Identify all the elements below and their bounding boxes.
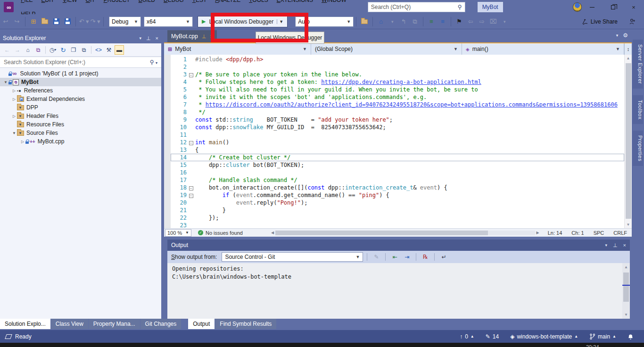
menu-git[interactable]: GIT <box>82 0 99 7</box>
indent-increase-icon[interactable]: ≡ <box>438 17 448 27</box>
solution-explorer-header[interactable]: Solution Explorer ▾ ⊥ × <box>0 33 161 43</box>
document-tab-mybot-cpp[interactable]: MyBot.cpp ⊥ × <box>167 30 217 42</box>
restore-button[interactable] <box>603 0 623 14</box>
search-input[interactable] <box>371 4 458 10</box>
fold-marker-icon[interactable]: − <box>187 71 195 78</box>
navigate-back-icon[interactable]: ↩ <box>0 17 11 27</box>
unsaved-changes-button[interactable]: ✎ 14 <box>482 330 503 343</box>
code-line-10[interactable]: 10const dpp::snowflake MY_GUILD_ID = 825… <box>171 124 624 131</box>
navigate-forward-icon[interactable]: ↪ <box>12 17 22 27</box>
properties-icon[interactable]: ⚒ <box>104 45 114 55</box>
gear-icon[interactable]: ⚙ <box>623 32 628 39</box>
expander-icon[interactable]: ▷ <box>20 140 25 144</box>
menu-file[interactable]: FILE <box>17 0 37 7</box>
branch-button[interactable]: main ▲ <box>586 330 620 343</box>
home-icon[interactable]: ⌂ <box>376 17 386 27</box>
issues-indicator[interactable]: ✓ No issues found <box>198 230 243 236</box>
bookmark-icon[interactable]: ⚑ <box>454 17 464 27</box>
back-icon[interactable]: ← <box>2 45 12 55</box>
add-account-icon[interactable] <box>627 17 637 27</box>
close-icon[interactable]: × <box>156 35 158 41</box>
expander-icon[interactable]: ▷ <box>11 97 17 101</box>
output-source-combo[interactable]: Source Control - Git ▼ <box>222 252 363 262</box>
solution-configuration-combo[interactable]: Debug▼ <box>109 17 141 27</box>
quick-search-box[interactable]: ⚲ <box>368 2 465 12</box>
tree-item-source-files[interactable]: ▼▼Source Files <box>0 129 161 137</box>
fold-marker-icon[interactable]: − <box>187 192 195 198</box>
code-line-7[interactable]: 7 * https://discord.com/oauth2/authorize… <box>171 101 624 108</box>
refresh-icon[interactable]: ❐ <box>69 45 78 55</box>
next-bookmark-icon[interactable]: ⇨ <box>477 17 487 27</box>
tree-item-mybot[interactable]: ▼⧉MyBot <box>0 78 161 86</box>
split-window-handle[interactable]: ↕ <box>624 43 632 55</box>
scrollbar-thumb[interactable] <box>275 231 488 235</box>
overflow-chevron-icon[interactable]: ▾ <box>387 17 397 27</box>
panel-tab-solution-explo-[interactable]: Solution Explo... <box>0 319 50 329</box>
tree-item-dpp[interactable]: ▼DPP <box>0 103 161 112</box>
code-line-5[interactable]: 5 * You will also need to fill in your g… <box>171 86 624 93</box>
window-position-icon[interactable]: ▾ <box>605 243 607 248</box>
tree-item-resource-files[interactable]: ▼Resource Files <box>0 120 161 129</box>
panel-tab-find-symbol-results[interactable]: Find Symbol Results <box>215 319 276 329</box>
scroll-right-icon[interactable]: ▶ <box>537 231 539 235</box>
save-all-icon[interactable] <box>62 17 73 27</box>
tree-item-references[interactable]: ▷▪■References <box>0 86 161 95</box>
search-icon[interactable]: ⚲ <box>458 4 462 10</box>
code-line-20[interactable]: 20 event.reply("Pong!"); <box>171 199 624 207</box>
solution-root-row[interactable]: ∞ Solution 'MyBot' (1 of 1 project) <box>0 69 161 78</box>
scroll-up-icon[interactable]: ▲ <box>625 56 632 60</box>
code-link[interactable]: https://dpp.dev/creating-a-bot-applicati… <box>321 79 481 85</box>
menu-test[interactable]: TEST <box>188 0 211 7</box>
code-line-8[interactable]: 8 */ <box>171 108 624 116</box>
tab-list-chevron-icon[interactable]: ▾ <box>616 33 619 38</box>
collapse-all-icon[interactable]: ⧉ <box>79 45 89 55</box>
pin-icon[interactable]: ⊥ <box>202 33 206 40</box>
side-tab-server-explorer[interactable]: Server Explorer <box>633 40 643 89</box>
close-icon[interactable]: × <box>623 242 626 248</box>
scroll-down-icon[interactable]: ▼ <box>625 223 632 227</box>
breakpoint-margin[interactable] <box>164 55 171 228</box>
menu-project[interactable]: PROJECT <box>99 0 134 7</box>
window-position-icon[interactable]: ▾ <box>139 36 141 41</box>
save-icon[interactable] <box>51 17 61 27</box>
menu-tools[interactable]: TOOLS <box>245 0 272 7</box>
fold-marker-icon[interactable]: − <box>187 139 195 146</box>
clear-bookmarks-icon[interactable]: ⌧ <box>488 17 498 27</box>
solution-explorer-search[interactable]: ⚲ ▾ <box>0 57 161 68</box>
menu-debug[interactable]: DEBUG <box>159 0 188 7</box>
expander-icon[interactable]: ▼ <box>11 131 17 135</box>
forward-icon[interactable]: → <box>13 45 22 55</box>
output-vertical-scrollbar[interactable]: ▲ ▼ <box>622 263 630 319</box>
solution-search-input[interactable] <box>4 59 150 66</box>
notifications-button[interactable] <box>624 330 637 343</box>
code-line-18[interactable]: 18− bot.on_interaction_create([](const d… <box>171 184 624 191</box>
code-line-12[interactable]: 12−int main() <box>171 139 624 146</box>
code-line-23[interactable]: 23 <box>171 222 624 228</box>
search-icon[interactable]: ⚲ ▾ <box>150 59 157 66</box>
scroll-left-icon[interactable]: ◀ <box>271 231 274 235</box>
avatar[interactable] <box>573 2 582 12</box>
menu-edit[interactable]: EDIT <box>37 0 58 7</box>
previous-bookmark-icon[interactable]: ⇦ <box>465 17 476 27</box>
project-dropdown[interactable]: ⊞ MyBot ▼ <box>164 43 311 55</box>
pin-icon[interactable]: ⊥ <box>613 242 618 248</box>
member-dropdown[interactable]: ◈ main() ▼ <box>462 43 624 55</box>
home-icon[interactable]: ⌂ <box>23 45 33 55</box>
code-line-13[interactable]: 13{ <box>171 146 624 154</box>
zoom-combo[interactable]: 100 %▼ <box>165 229 191 237</box>
code-line-11[interactable]: 11 <box>171 131 624 139</box>
next-message-icon[interactable]: ⇥ <box>402 252 412 262</box>
open-file-icon[interactable] <box>40 17 50 27</box>
expander-icon[interactable]: ▷ <box>11 114 17 118</box>
account-button[interactable]: MyBot <box>478 2 503 12</box>
previous-message-icon[interactable]: ⇤ <box>389 252 400 262</box>
code-editor[interactable]: 1#include <dpp/dpp.h>23−/* Be sure to pl… <box>164 55 632 228</box>
code-line-4[interactable]: 4 * Follow steps here to get a token: ht… <box>171 78 624 86</box>
scrollbar-thumb[interactable] <box>623 273 629 302</box>
switch-views-icon[interactable]: ⧉ <box>33 45 43 55</box>
outgoing-commits-button[interactable]: ↑ 0 ▲ <box>456 330 478 343</box>
scroll-up-icon[interactable]: ▲ <box>622 265 630 269</box>
copy-icon[interactable]: ⧉ <box>410 17 420 27</box>
code-line-22[interactable]: 22 }); <box>171 214 624 222</box>
menu-build[interactable]: BUILD <box>134 0 159 7</box>
